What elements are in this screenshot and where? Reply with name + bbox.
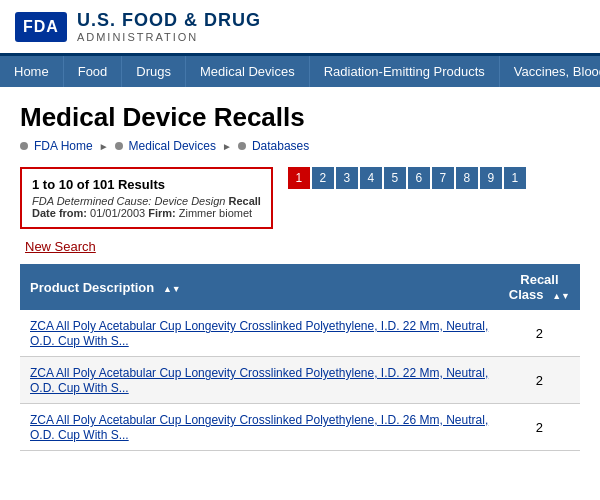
breadcrumb-fda-home[interactable]: FDA Home: [34, 139, 93, 153]
cause-value: Device Design: [154, 195, 225, 207]
nav-radiation[interactable]: Radiation-Emitting Products: [310, 56, 500, 87]
recall-class-cell-1: 2: [499, 310, 580, 357]
recall-sort-arrows[interactable]: ▲▼: [552, 292, 570, 301]
recall-class-cell-2: 2: [499, 357, 580, 404]
nav-vaccines[interactable]: Vaccines, Blood & Biol: [500, 56, 600, 87]
th-recall-class: RecallClass ▲▼: [499, 264, 580, 310]
table-row: ZCA All Poly Acetabular Cup Longevity Cr…: [20, 357, 580, 404]
results-info-box: 1 to 10 of 101 Results FDA Determined Ca…: [20, 167, 273, 229]
breadcrumb-bullet-2: [115, 142, 123, 150]
fda-logo: FDA: [15, 12, 67, 42]
product-cell: ZCA All Poly Acetabular Cup Longevity Cr…: [20, 404, 499, 451]
breadcrumb-sep-1: ►: [99, 141, 109, 152]
product-link-3[interactable]: ZCA All Poly Acetabular Cup Longevity Cr…: [30, 413, 488, 442]
table-header-row: Product Description ▲▼ RecallClass ▲▼: [20, 264, 580, 310]
results-section: 1 to 10 of 101 Results FDA Determined Ca…: [20, 167, 580, 229]
product-sort-arrows[interactable]: ▲▼: [163, 285, 181, 294]
page-btn-9[interactable]: 9: [480, 167, 502, 189]
main-content: Medical Device Recalls FDA Home ► Medica…: [0, 87, 600, 466]
cause-label: FDA Determined Cause:: [32, 195, 151, 207]
breadcrumb-bullet-3: [238, 142, 246, 150]
firm-label: Firm: Zimmer biomet: [148, 207, 252, 219]
breadcrumb-databases[interactable]: Databases: [252, 139, 309, 153]
page-btn-1[interactable]: 1: [288, 167, 310, 189]
page-btn-8[interactable]: 8: [456, 167, 478, 189]
page-btn-2[interactable]: 2: [312, 167, 334, 189]
agency-title: U.S. FOOD & DRUG: [77, 10, 261, 31]
product-link-1[interactable]: ZCA All Poly Acetabular Cup Longevity Cr…: [30, 319, 488, 348]
date-label: Date from: 01/01/2003: [32, 207, 145, 219]
results-table: Product Description ▲▼ RecallClass ▲▼ ZC…: [20, 264, 580, 451]
pagination: 1 2 3 4 5 6 7 8 9 1: [288, 167, 526, 189]
main-nav: Home Food Drugs Medical Devices Radiatio…: [0, 56, 600, 87]
nav-home[interactable]: Home: [0, 56, 64, 87]
results-meta: FDA Determined Cause: Device Design Reca…: [32, 195, 261, 219]
agency-subtitle: ADMINISTRATION: [77, 31, 261, 43]
results-count: 1 to 10 of 101 Results: [32, 177, 261, 192]
page-btn-3[interactable]: 3: [336, 167, 358, 189]
breadcrumb-bullet-1: [20, 142, 28, 150]
nav-drugs[interactable]: Drugs: [122, 56, 186, 87]
table-row: ZCA All Poly Acetabular Cup Longevity Cr…: [20, 404, 580, 451]
agency-name: U.S. FOOD & DRUG ADMINISTRATION: [77, 10, 261, 43]
th-product-description: Product Description ▲▼: [20, 264, 499, 310]
recall-class-cell-3: 2: [499, 404, 580, 451]
breadcrumb-sep-2: ►: [222, 141, 232, 152]
site-header: FDA U.S. FOOD & DRUG ADMINISTRATION: [0, 0, 600, 56]
breadcrumb: FDA Home ► Medical Devices ► Databases: [20, 139, 580, 153]
product-cell: ZCA All Poly Acetabular Cup Longevity Cr…: [20, 357, 499, 404]
page-btn-10[interactable]: 1: [504, 167, 526, 189]
recall-label: Recall: [228, 195, 260, 207]
new-search-link[interactable]: New Search: [25, 239, 96, 254]
breadcrumb-medical-devices[interactable]: Medical Devices: [129, 139, 216, 153]
product-cell: ZCA All Poly Acetabular Cup Longevity Cr…: [20, 310, 499, 357]
page-btn-4[interactable]: 4: [360, 167, 382, 189]
product-link-2[interactable]: ZCA All Poly Acetabular Cup Longevity Cr…: [30, 366, 488, 395]
cause-label-em: FDA Determined Cause:: [32, 195, 151, 207]
nav-food[interactable]: Food: [64, 56, 123, 87]
page-title: Medical Device Recalls: [20, 102, 580, 133]
table-row: ZCA All Poly Acetabular Cup Longevity Cr…: [20, 310, 580, 357]
page-btn-7[interactable]: 7: [432, 167, 454, 189]
nav-medical-devices[interactable]: Medical Devices: [186, 56, 310, 87]
page-btn-5[interactable]: 5: [384, 167, 406, 189]
th-product-label: Product Description: [30, 280, 154, 295]
table-body: ZCA All Poly Acetabular Cup Longevity Cr…: [20, 310, 580, 451]
th-recall-label: RecallClass: [509, 272, 559, 302]
page-btn-6[interactable]: 6: [408, 167, 430, 189]
